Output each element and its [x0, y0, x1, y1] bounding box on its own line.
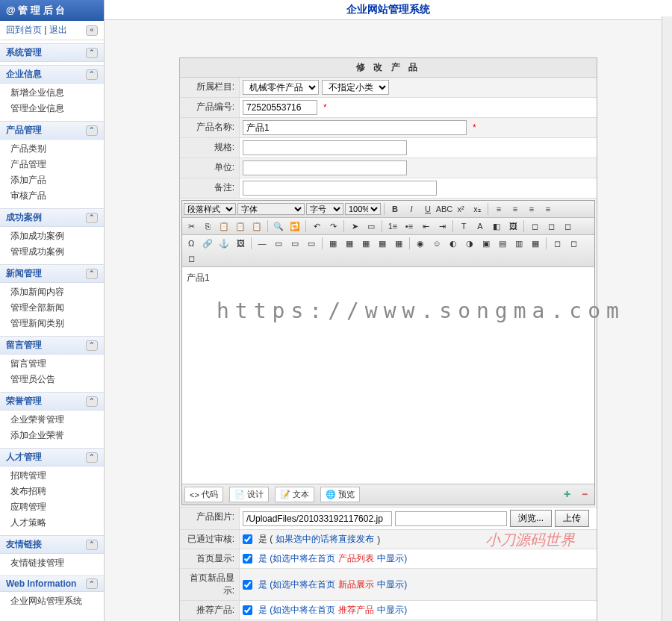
- replace-icon[interactable]: 🔁: [287, 219, 302, 233]
- menu-group-8[interactable]: 友情链接⌃: [0, 535, 104, 554]
- media4-icon[interactable]: ◑: [462, 237, 477, 250]
- cut-icon[interactable]: ✂: [184, 219, 199, 233]
- redo-icon[interactable]: ↷: [326, 219, 340, 233]
- spec-input[interactable]: [243, 140, 407, 155]
- home-checkbox[interactable]: [243, 554, 252, 564]
- sidebar-item[interactable]: 友情链接管理: [10, 555, 104, 571]
- image-icon[interactable]: 🖼: [233, 237, 248, 250]
- tab-design[interactable]: 📄设计: [229, 487, 269, 502]
- sidebar-item[interactable]: 发布招聘: [10, 484, 104, 499]
- menu-group-5[interactable]: 留言管理⌃: [0, 336, 104, 355]
- menu-group-0[interactable]: 系统管理⌃: [0, 43, 104, 62]
- tab-preview[interactable]: 🌐预览: [320, 487, 360, 502]
- menu-group-4[interactable]: 新闻管理⌃: [0, 264, 104, 283]
- home-link[interactable]: 回到首页: [6, 25, 42, 35]
- unordered-list-icon[interactable]: •≡: [402, 219, 417, 233]
- collapse-all-icon[interactable]: «: [86, 25, 98, 36]
- product-name-input[interactable]: [243, 120, 467, 135]
- strike-icon[interactable]: ABC: [437, 202, 452, 216]
- media1-icon[interactable]: ◉: [413, 237, 428, 250]
- table2-icon[interactable]: ▦: [342, 237, 357, 250]
- tool3-icon[interactable]: ◻: [184, 252, 199, 265]
- sidebar-item[interactable]: 添加成功案例: [10, 228, 104, 244]
- product-code-input[interactable]: [243, 100, 317, 115]
- sidebar-item[interactable]: 添加产品: [10, 172, 104, 188]
- category-main-select[interactable]: 机械零件产品: [243, 80, 319, 95]
- char-icon[interactable]: Ω: [184, 237, 199, 250]
- pointer-icon[interactable]: ➤: [347, 219, 362, 233]
- select-icon[interactable]: ▭: [364, 219, 379, 233]
- menu-group-7[interactable]: 人才管理⌃: [0, 448, 104, 466]
- tab-code[interactable]: <>代码: [184, 487, 223, 502]
- insert3-icon[interactable]: ◻: [560, 219, 575, 233]
- subscript-icon[interactable]: x₂: [470, 202, 485, 216]
- align-center-icon[interactable]: ≡: [508, 202, 523, 216]
- sidebar-item[interactable]: 产品管理: [10, 157, 104, 172]
- logout-link[interactable]: 退出: [49, 25, 67, 35]
- expand-icon[interactable]: ✚: [559, 488, 574, 502]
- bold-icon[interactable]: B: [388, 202, 402, 216]
- media2-icon[interactable]: ☺: [429, 237, 444, 250]
- chevron-up-icon[interactable]: ⌃: [86, 69, 98, 80]
- box1-icon[interactable]: ▭: [271, 237, 286, 250]
- media6-icon[interactable]: ▤: [495, 237, 510, 250]
- chevron-up-icon[interactable]: ⌃: [86, 540, 98, 550]
- align-justify-icon[interactable]: ≡: [541, 202, 556, 216]
- ordered-list-icon[interactable]: 1≡: [385, 219, 400, 233]
- menu-group-3[interactable]: 成功案例⌃: [0, 208, 104, 227]
- para-style-select[interactable]: 段落样式: [184, 203, 236, 215]
- indent-icon[interactable]: ⇥: [435, 219, 449, 233]
- chevron-up-icon[interactable]: ⌃: [86, 213, 98, 223]
- sidebar-item[interactable]: 人才策略: [10, 515, 104, 531]
- sidebar-item[interactable]: 管理新闻类别: [10, 316, 104, 331]
- chevron-up-icon[interactable]: ⌃: [86, 578, 98, 589]
- chevron-up-icon[interactable]: ⌃: [86, 48, 98, 58]
- insert1-icon[interactable]: ◻: [527, 219, 542, 233]
- box3-icon[interactable]: ▭: [304, 237, 319, 250]
- bg-color-icon[interactable]: A: [473, 219, 488, 233]
- chevron-up-icon[interactable]: ⌃: [86, 452, 98, 463]
- menu-group-2[interactable]: 产品管理⌃: [0, 121, 104, 140]
- table4-icon[interactable]: ▦: [375, 237, 390, 250]
- align-left-icon[interactable]: ≡: [491, 202, 506, 216]
- paste-icon[interactable]: 📋: [217, 219, 231, 233]
- new-checkbox[interactable]: [243, 580, 252, 590]
- menu-group-6[interactable]: 荣誉管理⌃: [0, 392, 104, 411]
- link-icon[interactable]: 🔗: [200, 237, 215, 250]
- paste-text-icon[interactable]: 📋: [233, 219, 248, 233]
- image-file-input[interactable]: [395, 511, 507, 526]
- chevron-up-icon[interactable]: ⌃: [86, 269, 98, 279]
- approved-checkbox[interactable]: [243, 534, 252, 544]
- underline-icon[interactable]: U: [420, 202, 435, 216]
- menu-group-9[interactable]: Web Information⌃: [0, 575, 104, 592]
- media7-icon[interactable]: ▥: [511, 237, 526, 250]
- align-right-icon[interactable]: ≡: [524, 202, 539, 216]
- sidebar-item[interactable]: 新增企业信息: [10, 85, 104, 101]
- outdent-icon[interactable]: ⇤: [418, 219, 433, 233]
- anchor-icon[interactable]: ⚓: [217, 237, 231, 250]
- sidebar-item[interactable]: 添加企业荣誉: [10, 428, 104, 443]
- box2-icon[interactable]: ▭: [287, 237, 302, 250]
- chevron-up-icon[interactable]: ⌃: [86, 340, 98, 351]
- sidebar-item[interactable]: 留言管理: [10, 356, 104, 372]
- sidebar-item[interactable]: 管理企业信息: [10, 101, 104, 116]
- rec-checkbox[interactable]: [243, 605, 252, 615]
- chevron-up-icon[interactable]: ⌃: [86, 125, 98, 136]
- table3-icon[interactable]: ▦: [358, 237, 373, 250]
- insert2-icon[interactable]: ◻: [544, 219, 559, 233]
- undo-icon[interactable]: ↶: [309, 219, 324, 233]
- italic-icon[interactable]: I: [404, 202, 419, 216]
- sidebar-item[interactable]: 审核产品: [10, 188, 104, 204]
- editor-body[interactable]: 产品1: [182, 267, 594, 484]
- shrink-icon[interactable]: ━: [577, 488, 592, 502]
- unit-input[interactable]: [243, 160, 407, 175]
- paste-word-icon[interactable]: 📋: [249, 219, 264, 233]
- browse-button[interactable]: 浏览...: [510, 510, 552, 527]
- tool2-icon[interactable]: ◻: [566, 237, 581, 250]
- category-sub-select[interactable]: 不指定小类: [322, 80, 389, 95]
- font-select[interactable]: 字体: [237, 203, 305, 215]
- media3-icon[interactable]: ◐: [446, 237, 461, 250]
- sidebar-item[interactable]: 添加新闻内容: [10, 284, 104, 300]
- sidebar-item[interactable]: 企业网站管理系统: [10, 593, 104, 609]
- zoom-select[interactable]: 100%: [345, 203, 381, 215]
